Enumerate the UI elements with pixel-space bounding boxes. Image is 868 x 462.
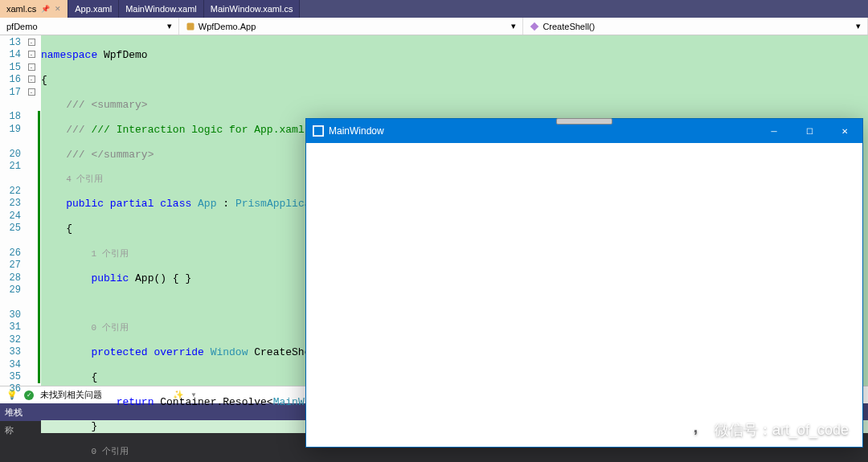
close-button[interactable]: ✕ [827, 119, 862, 143]
tab-label: xaml.cs [6, 4, 36, 14]
svg-rect-1 [530, 22, 539, 31]
minimize-button[interactable]: ─ [756, 119, 792, 143]
class-icon [186, 22, 195, 31]
fold-toggle[interactable]: - [28, 39, 35, 46]
method-icon [530, 22, 539, 31]
tab-label: App.xaml [75, 4, 112, 14]
nav-class[interactable]: WpfDemo.App ▾ [179, 18, 524, 35]
svg-rect-3 [314, 127, 323, 136]
codelens-references[interactable]: 0 个引用 [91, 323, 128, 333]
fold-toggle[interactable]: - [28, 63, 35, 71]
tab-xaml-cs[interactable]: xaml.cs 📌 ✕ [0, 0, 68, 18]
tab-app-xaml[interactable]: App.xaml [68, 0, 119, 18]
watermark-text: 微信号：art_of_code [714, 420, 849, 440]
tab-label: MainWindow.xaml.cs [211, 4, 293, 14]
tab-mainwindow-xaml[interactable]: MainWindow.xaml [119, 0, 204, 18]
codelens-references[interactable]: 0 个引用 [91, 447, 128, 456]
panel-title: 堆栈 [5, 407, 23, 419]
codelens-references[interactable]: 4 个引用 [66, 174, 103, 184]
running-app-window[interactable]: MainWindow ─ ☐ ✕ [305, 118, 863, 448]
watermark: 微信号：art_of_code [690, 420, 849, 440]
maximize-button[interactable]: ☐ [792, 119, 827, 143]
navigation-bar: pfDemo ▾ WpfDemo.App ▾ CreateShell() ▾ [0, 18, 868, 35]
svg-rect-0 [186, 22, 194, 30]
window-client-area [306, 143, 862, 447]
tab-label: MainWindow.xaml [125, 4, 197, 14]
wechat-icon [690, 423, 708, 437]
window-title: MainWindow [329, 125, 384, 137]
document-tabs: xaml.cs 📌 ✕ App.xaml MainWindow.xaml Mai… [0, 0, 868, 18]
pin-icon[interactable]: 📌 [41, 5, 50, 13]
fold-toggle[interactable]: - [28, 51, 35, 58]
debug-toolbar-handle[interactable] [556, 118, 612, 125]
nav-member[interactable]: CreateShell() ▾ [523, 18, 868, 35]
tab-mainwindow-xaml-cs[interactable]: MainWindow.xaml.cs [204, 0, 301, 18]
nav-member-label: CreateShell() [542, 22, 595, 31]
app-icon [313, 125, 324, 137]
nav-class-label: WpfDemo.App [199, 22, 256, 31]
fold-toggle[interactable]: - [28, 76, 35, 83]
line-number-gutter: 1314151617 1819 2021 222324 25🖌 26272829… [0, 35, 26, 386]
nav-scope-label: pfDemo [6, 22, 38, 31]
chevron-down-icon: ▾ [856, 21, 861, 31]
window-titlebar[interactable]: MainWindow ─ ☐ ✕ [306, 119, 862, 143]
close-icon[interactable]: ✕ [55, 5, 61, 13]
chevron-down-icon: ▾ [167, 21, 172, 31]
fold-toggle[interactable]: - [28, 88, 35, 96]
ok-check-icon: ✓ [24, 390, 34, 400]
fold-gutter: - - - - - [26, 35, 37, 386]
chevron-down-icon: ▾ [511, 21, 516, 31]
nav-scope[interactable]: pfDemo ▾ [0, 18, 179, 35]
codelens-references[interactable]: 1 个引用 [91, 249, 128, 259]
